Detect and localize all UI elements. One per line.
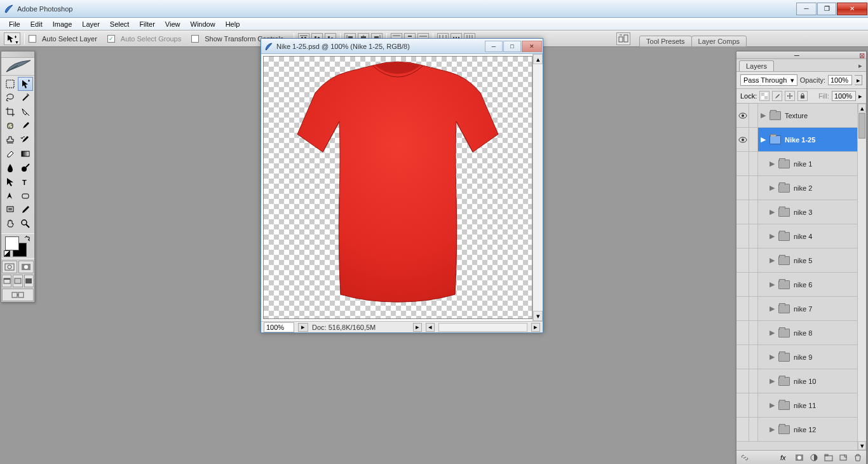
layers-scrollbar[interactable]: ▴ ▾ bbox=[857, 104, 866, 450]
healing-tool[interactable] bbox=[3, 119, 18, 133]
doc-minimize-button[interactable]: ─ bbox=[485, 41, 503, 52]
fill-field[interactable]: 100% bbox=[832, 91, 856, 101]
new-layer-icon[interactable] bbox=[837, 453, 850, 463]
layer-link-cell[interactable] bbox=[749, 418, 758, 441]
layer-link-cell[interactable] bbox=[749, 369, 758, 393]
toolbox-grip[interactable] bbox=[1, 51, 34, 58]
color-swatches[interactable] bbox=[3, 235, 33, 257]
layer-link-cell[interactable] bbox=[749, 104, 758, 127]
layer-visibility-icon[interactable] bbox=[736, 418, 749, 441]
layer-mask-icon[interactable] bbox=[793, 453, 806, 463]
layer-name[interactable]: nike 11 bbox=[794, 402, 816, 409]
link-layers-icon[interactable] bbox=[738, 453, 751, 463]
pen-tool[interactable] bbox=[3, 189, 18, 203]
type-tool[interactable]: T bbox=[18, 175, 33, 189]
layer-name[interactable]: nike 1 bbox=[794, 160, 812, 168]
shape-tool[interactable] bbox=[18, 189, 33, 203]
status-menu-icon[interactable]: ▸ bbox=[298, 323, 308, 332]
fill-slider-icon[interactable]: ▸ bbox=[858, 92, 862, 100]
layer-name[interactable]: nike 7 bbox=[794, 305, 812, 313]
layer-expand-icon[interactable]: ▶ bbox=[770, 232, 775, 240]
layer-link-cell[interactable] bbox=[749, 152, 758, 175]
doc-vertical-scrollbar[interactable]: ▴ ▾ bbox=[532, 54, 543, 321]
hand-tool[interactable] bbox=[3, 217, 18, 231]
layer-visibility-icon[interactable] bbox=[736, 104, 749, 127]
layer-visibility-icon[interactable] bbox=[736, 393, 749, 417]
zoom-field[interactable]: 100% bbox=[264, 322, 294, 332]
menu-file[interactable]: File bbox=[4, 19, 25, 29]
blend-mode-select[interactable]: Pass Through ▾ bbox=[740, 74, 797, 86]
window-close-button[interactable]: ✕ bbox=[837, 3, 867, 15]
workspace-button[interactable] bbox=[616, 32, 630, 45]
menu-view[interactable]: View bbox=[160, 19, 186, 29]
layer-link-cell[interactable] bbox=[749, 345, 758, 369]
layer-visibility-icon[interactable] bbox=[736, 369, 749, 393]
tab-layer-comps[interactable]: Layer Comps bbox=[691, 36, 747, 47]
zoom-tool[interactable] bbox=[18, 217, 33, 231]
layer-row[interactable]: ▶nike 5 bbox=[736, 249, 866, 273]
layer-expand-icon[interactable]: ▶ bbox=[761, 111, 766, 119]
layer-row[interactable]: ▶nike 12 bbox=[736, 418, 866, 442]
layer-visibility-icon[interactable] bbox=[736, 345, 749, 369]
slice-tool[interactable] bbox=[18, 105, 33, 119]
lasso-tool[interactable] bbox=[3, 91, 18, 105]
menu-filter[interactable]: Filter bbox=[134, 19, 159, 29]
layer-row[interactable]: ▶nike 8 bbox=[736, 321, 866, 345]
layer-expand-icon[interactable]: ▶ bbox=[770, 256, 775, 264]
layers-scroll-thumb[interactable] bbox=[858, 113, 865, 139]
panel-minimize-icon[interactable]: ─ bbox=[790, 51, 803, 58]
layer-expand-icon[interactable]: ▶ bbox=[770, 329, 775, 337]
eyedropper-tool[interactable] bbox=[18, 203, 33, 217]
auto-select-groups-checkbox[interactable] bbox=[107, 35, 115, 43]
layer-expand-icon[interactable]: ▶ bbox=[770, 280, 775, 289]
layer-link-cell[interactable] bbox=[749, 200, 758, 224]
layers-scroll-down-icon[interactable]: ▾ bbox=[858, 441, 866, 450]
opacity-field[interactable]: 100% bbox=[828, 75, 852, 85]
layer-visibility-icon[interactable] bbox=[736, 224, 749, 248]
doc-horizontal-scrollbar[interactable] bbox=[438, 323, 527, 332]
move-tool[interactable] bbox=[18, 77, 33, 91]
layer-name[interactable]: Texture bbox=[785, 112, 808, 119]
layer-link-cell[interactable] bbox=[749, 321, 758, 345]
history-brush-tool[interactable] bbox=[18, 133, 33, 147]
marquee-tool[interactable] bbox=[3, 77, 18, 91]
eraser-tool[interactable] bbox=[3, 147, 18, 161]
layer-visibility-icon[interactable] bbox=[736, 152, 749, 175]
layer-name[interactable]: nike 2 bbox=[794, 184, 812, 192]
doc-maximize-button[interactable]: □ bbox=[503, 41, 521, 52]
layer-visibility-icon[interactable] bbox=[736, 321, 749, 345]
screenmode-fullmenu-icon[interactable] bbox=[13, 275, 22, 287]
stamp-tool[interactable] bbox=[3, 133, 18, 147]
layer-row[interactable]: ▶nike 3 bbox=[736, 200, 866, 224]
lock-all-icon[interactable] bbox=[797, 91, 808, 101]
document-titlebar[interactable]: Nike 1-25.psd @ 100% (Nike 1-25, RGB/8) … bbox=[261, 39, 543, 54]
screenmode-standard-icon[interactable] bbox=[2, 275, 11, 287]
layer-row[interactable]: ▶Nike 1-25 bbox=[736, 128, 866, 152]
layer-row[interactable]: ▶nike 6 bbox=[736, 273, 866, 297]
lock-position-icon[interactable] bbox=[785, 91, 795, 101]
swap-colors-icon[interactable] bbox=[24, 235, 31, 243]
layer-visibility-icon[interactable] bbox=[736, 176, 749, 200]
move-tool-preset-icon[interactable]: ▼ bbox=[4, 32, 20, 45]
scroll-up-icon[interactable]: ▴ bbox=[533, 54, 543, 64]
layer-expand-icon[interactable]: ▶ bbox=[770, 160, 775, 168]
doc-close-button[interactable]: ✕ bbox=[522, 41, 542, 52]
layer-name[interactable]: nike 4 bbox=[794, 233, 812, 240]
hscroll-right-icon[interactable]: ▸ bbox=[531, 323, 540, 332]
layer-row[interactable]: ▶nike 9 bbox=[736, 345, 866, 369]
dodge-tool[interactable] bbox=[18, 161, 33, 175]
standard-mode-icon[interactable] bbox=[2, 261, 17, 273]
default-colors-icon[interactable] bbox=[4, 250, 10, 257]
menu-select[interactable]: Select bbox=[105, 19, 135, 29]
layer-style-icon[interactable]: fx bbox=[778, 453, 791, 463]
layer-name[interactable]: nike 9 bbox=[794, 353, 812, 361]
show-transform-checkbox[interactable] bbox=[191, 35, 199, 43]
layer-link-cell[interactable] bbox=[749, 249, 758, 272]
layers-tab[interactable]: Layers bbox=[739, 60, 774, 71]
wand-tool[interactable] bbox=[18, 91, 33, 105]
tab-tool-presets[interactable]: Tool Presets bbox=[639, 36, 692, 47]
foreground-color[interactable] bbox=[5, 236, 19, 250]
layer-visibility-icon[interactable] bbox=[736, 297, 749, 320]
scroll-down-icon[interactable]: ▾ bbox=[533, 311, 543, 321]
layer-row[interactable]: ▶Texture bbox=[736, 104, 866, 128]
